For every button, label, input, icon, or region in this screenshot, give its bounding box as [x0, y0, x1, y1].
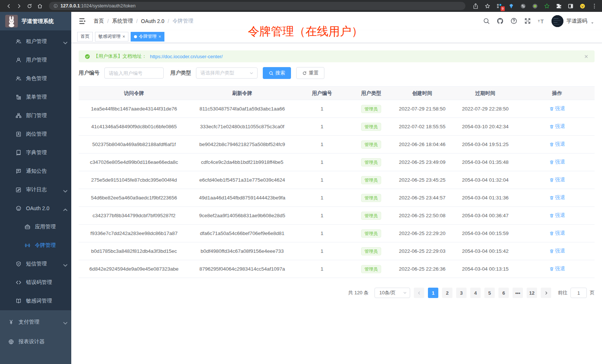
user-type-cell: 管理员	[349, 260, 393, 278]
page-button-4[interactable]: 4	[470, 288, 481, 298]
access-token-cell: 54d6be82ee5a460a9aedc1f9bf223656	[79, 189, 189, 207]
page-button-1[interactable]: 1	[428, 288, 438, 298]
force-logout-button[interactable]: 强退	[549, 248, 565, 254]
page-button-2[interactable]: 2	[442, 288, 452, 298]
share-icon[interactable]	[471, 2, 480, 10]
url-path: :1024/system/oauth2/token	[80, 3, 135, 9]
force-logout-button[interactable]: 强退	[549, 212, 565, 219]
search-icon	[483, 17, 490, 24]
app-logo[interactable]: 芋道管理系统	[0, 12, 71, 30]
sidebar-item-post[interactable]: 岗位管理	[0, 125, 71, 143]
expire-time-cell: 2054-03-04 19:51:25	[451, 136, 520, 153]
tab-令牌管理[interactable]: 令牌管理×	[131, 32, 164, 42]
force-logout-button[interactable]: 强退	[549, 265, 565, 272]
sidebar-item-dict[interactable]: 字典管理	[0, 143, 71, 162]
sidebar-item-tenant[interactable]: 租户管理	[0, 32, 71, 51]
sidebar-item-menu[interactable]: 菜单管理	[0, 88, 71, 106]
breadcrumb-item[interactable]: 首页	[94, 18, 104, 24]
search-button[interactable]: 搜索	[263, 67, 291, 79]
table-row: c342377bf8b344799dcbf7bf095287f29ce8ef2a…	[79, 207, 595, 225]
user-type-cell: 管理员	[349, 189, 393, 207]
reload-icon[interactable]	[24, 1, 34, 11]
force-logout-button[interactable]: 强退	[549, 194, 565, 201]
next-page-icon[interactable]	[541, 288, 551, 298]
force-logout-button[interactable]: 强退	[549, 141, 565, 148]
chevron-down-icon	[403, 291, 407, 295]
sidebar-item-pay[interactable]: 支付管理	[0, 312, 71, 332]
sidebar-item-dept[interactable]: 部门管理	[0, 106, 71, 125]
action-cell: 强退	[520, 225, 595, 242]
ext-grid-icon[interactable]: 9	[495, 2, 503, 10]
sidebar-item-oauth2[interactable]: OAuth 2.0	[0, 199, 71, 218]
refresh-token-cell: e6cfd40eb1f54571a31e775e039c4624	[189, 171, 295, 189]
fullscreen-icon[interactable]	[524, 17, 531, 25]
home-icon[interactable]	[35, 1, 45, 11]
page-button-3[interactable]: 3	[456, 288, 467, 298]
font-size-icon[interactable]: TT	[538, 17, 545, 25]
gem-icon[interactable]	[507, 2, 515, 10]
extension-badge: 9	[501, 6, 505, 11]
sidebar-item-label: 审计日志	[26, 186, 47, 193]
address-bar[interactable]: 127.0.0.1:1024/system/oauth2/token	[49, 2, 465, 10]
expire-time-cell: 2054-03-04 01:32:04	[451, 171, 520, 189]
force-logout-button[interactable]: 强退	[549, 123, 565, 130]
breadcrumb-item[interactable]: 系统管理	[112, 18, 133, 24]
doc-link[interactable]: https://doc.iocoder.cn/user-center/	[150, 54, 223, 59]
alert-close-icon[interactable]	[584, 54, 589, 59]
page-size-select[interactable]: 10条/页	[374, 288, 410, 298]
force-logout-button[interactable]: 强退	[549, 159, 565, 165]
sidebar-item-notice[interactable]: 通知公告	[0, 162, 71, 181]
collapse-sidebar-icon[interactable]	[79, 17, 87, 25]
sidebar-item-user[interactable]: 用户管理	[0, 51, 71, 69]
force-logout-button[interactable]: 强退	[549, 176, 565, 183]
puzzle-icon[interactable]	[554, 2, 563, 10]
tab-close-icon[interactable]: ×	[158, 34, 161, 39]
chevron-down-icon	[62, 320, 69, 327]
green-star-icon[interactable]	[543, 2, 551, 10]
tab-close-icon[interactable]: ×	[122, 34, 125, 39]
page-button-5[interactable]: 5	[484, 288, 495, 298]
cmd-circle-icon[interactable]	[519, 2, 527, 10]
force-logout-button[interactable]: 强退	[549, 230, 565, 236]
sidebar-item-oauth2-token[interactable]: 令牌管理	[0, 236, 71, 255]
goto-page-input[interactable]	[570, 288, 587, 298]
user-id-cell: 1	[295, 100, 349, 118]
breadcrumb-item[interactable]: OAuth 2.0	[141, 18, 164, 24]
column-header: 访问令牌	[79, 87, 189, 100]
page-button-6[interactable]: 6	[498, 288, 509, 298]
back-icon[interactable]	[4, 1, 13, 11]
emoji-icon[interactable]	[578, 2, 586, 10]
sidebar-item-audit-log[interactable]: 审计日志	[0, 181, 71, 199]
pager-ellipsis[interactable]: •••	[513, 288, 523, 298]
reset-button[interactable]: 重置	[296, 67, 324, 79]
user-type-badge: 管理员	[361, 265, 381, 273]
force-logout-button[interactable]: 强退	[549, 105, 565, 112]
sidebar-item-report-designer[interactable]: 报表设计器	[0, 332, 71, 351]
kebab-menu-icon[interactable]	[590, 2, 598, 10]
user-id-input[interactable]	[104, 67, 164, 79]
user-type-badge: 管理员	[361, 123, 381, 131]
star-icon[interactable]	[483, 2, 491, 10]
dict-icon	[16, 150, 22, 156]
sidebar-item-oauth2-app[interactable]: 应用管理	[0, 218, 71, 236]
url-host: 127.0.0.1	[60, 3, 80, 9]
user-type-select[interactable]: 请选择用户类型	[196, 67, 258, 79]
prev-page-icon[interactable]	[414, 288, 424, 298]
help-icon[interactable]	[510, 17, 518, 25]
sidebar-item-error-code[interactable]: 错误码管理	[0, 273, 71, 292]
record-circle-icon[interactable]	[531, 2, 539, 10]
sidebar-item-sms[interactable]: 短信管理	[0, 255, 71, 273]
user-type-cell: 管理员	[349, 118, 393, 136]
sidebar-item-sensitive-word[interactable]: 敏感词管理	[0, 292, 71, 310]
search-icon[interactable]	[483, 17, 490, 25]
forward-icon[interactable]	[14, 1, 24, 11]
split-window-icon[interactable]	[566, 2, 575, 10]
tab-首页[interactable]: 首页	[77, 32, 93, 42]
tab-敏感词管理[interactable]: 敏感词管理×	[95, 32, 128, 42]
user-menu[interactable]: 芋道源码	[552, 15, 595, 27]
page-button-12[interactable]: 12	[527, 288, 537, 298]
github-icon[interactable]	[497, 17, 504, 25]
sidebar: 芋道管理系统 租户管理用户管理角色管理菜单管理部门管理岗位管理字典管理通知公告审…	[0, 12, 71, 364]
sidebar-item-role[interactable]: 角色管理	[0, 69, 71, 88]
doc-alert: 【用户体系】文档地址： https://doc.iocoder.cn/user-…	[79, 50, 595, 62]
